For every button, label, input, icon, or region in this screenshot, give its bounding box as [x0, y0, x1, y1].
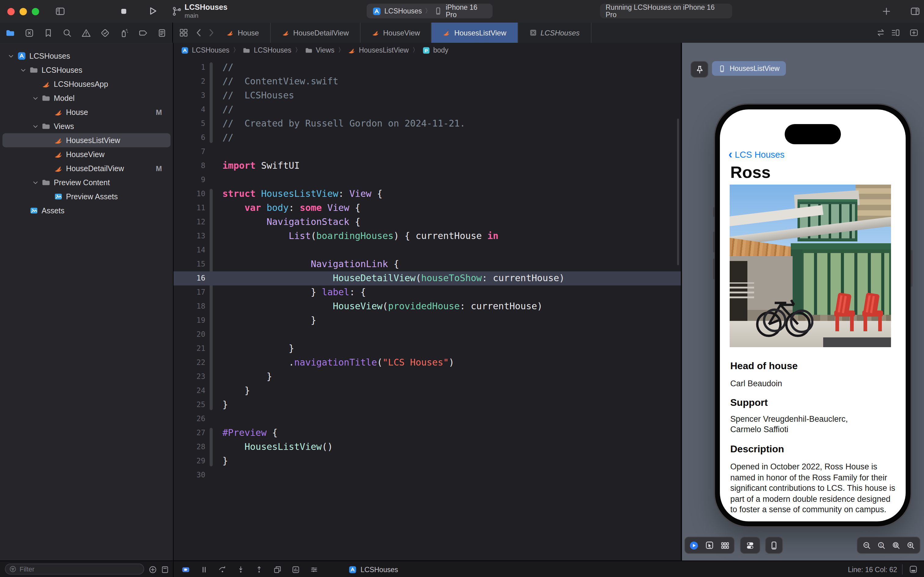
zoom-in-icon[interactable] [906, 541, 915, 550]
code-line-2[interactable]: 2// ContentView.swift [174, 74, 681, 89]
view-hierarchy-icon[interactable] [273, 565, 282, 574]
scrollbar[interactable] [677, 119, 679, 265]
zoom-window-button[interactable] [32, 8, 39, 15]
code-line-22[interactable]: 22 .navigationTitle("LCS Houses") [174, 356, 681, 370]
code-line-18[interactable]: 18 HouseView(providedHouse: currentHouse… [174, 300, 681, 314]
variants-icon[interactable] [721, 541, 730, 550]
sidebar-item-house[interactable]: HouseM [2, 105, 171, 119]
running-app-indicator[interactable]: LCSHouses [348, 566, 398, 574]
tab-houseview[interactable]: HouseView [361, 23, 432, 43]
device-settings-button[interactable] [740, 537, 760, 554]
breakpoints-navigator-icon[interactable] [138, 28, 148, 38]
code-line-17[interactable]: 17 } label: { [174, 285, 681, 300]
pin-preview-button[interactable] [691, 61, 708, 77]
selectable-mode-icon[interactable] [705, 541, 714, 550]
sidebar-item-preview-assets[interactable]: Preview Assets [2, 190, 171, 203]
sidebar-item-views[interactable]: Views [2, 119, 171, 133]
code-line-19[interactable]: 19 } [174, 314, 681, 328]
reports-navigator-icon[interactable] [157, 28, 167, 38]
step-out-icon[interactable] [255, 565, 263, 574]
code-line-3[interactable]: 3// LCSHouses [174, 89, 681, 103]
code-line-6[interactable]: 6// [174, 131, 681, 145]
code-line-7[interactable]: 7 [174, 145, 681, 159]
code-line-14[interactable]: 14 [174, 243, 681, 257]
toggle-left-sidebar-icon[interactable] [55, 6, 65, 16]
add-file-icon[interactable] [148, 566, 157, 574]
sidebar-item-houseview[interactable]: HouseView [2, 147, 171, 161]
breadcrumb-item[interactable]: LCSHouses [243, 46, 291, 54]
tab-overview-icon[interactable] [179, 28, 188, 37]
zoom-fit-icon[interactable] [891, 541, 900, 550]
code-line-5[interactable]: 5// Created by Russell Gordon on 2024-11… [174, 117, 681, 131]
disclosure-chevron-icon[interactable] [32, 179, 42, 186]
code-line-24[interactable]: 24 } [174, 384, 681, 398]
run-button[interactable] [148, 6, 158, 16]
code-line-28[interactable]: 28 HousesListView() [174, 440, 681, 454]
disclosure-chevron-icon[interactable] [32, 94, 42, 102]
code-line-20[interactable]: 20 [174, 328, 681, 342]
source-editor[interactable]: 1//2// ContentView.swift3// LCSHouses4//… [174, 58, 681, 561]
toggle-right-sidebar-icon[interactable] [910, 6, 920, 16]
tab-lcshouses[interactable]: LCSHouses [518, 23, 591, 43]
pause-icon[interactable] [200, 565, 208, 574]
sidebar-item-lcshousesapp[interactable]: LCSHousesApp [2, 77, 171, 91]
go-forward-icon[interactable] [206, 28, 216, 37]
zoom-out-icon[interactable] [862, 541, 871, 550]
minimize-window-button[interactable] [19, 8, 27, 15]
changes-navigator-icon[interactable] [24, 28, 34, 38]
environment-overrides-icon[interactable] [310, 565, 319, 574]
sidebar-item-assets[interactable]: Assets [2, 203, 171, 218]
code-line-30[interactable]: 30 [174, 468, 681, 482]
sidebar-item-preview-content[interactable]: Preview Content [2, 176, 171, 190]
breadcrumb-item[interactable]: LCSHouses [181, 46, 229, 54]
tab-houseslistview[interactable]: HousesListView [432, 23, 518, 43]
close-window-button[interactable] [7, 8, 14, 15]
code-line-1[interactable]: 1// [174, 61, 681, 74]
breadcrumb-item[interactable]: Views [305, 46, 335, 54]
toggle-debug-area-icon[interactable] [909, 565, 918, 574]
code-line-13[interactable]: 13 List(boardingHouses) { currentHouse i… [174, 229, 681, 243]
code-line-4[interactable]: 4// [174, 103, 681, 117]
code-line-8[interactable]: 8import SwiftUI [174, 159, 681, 173]
debug-navigator-icon[interactable] [119, 28, 129, 38]
go-back-icon[interactable] [194, 28, 203, 37]
filter-field[interactable]: Filter [5, 564, 144, 575]
sidebar-item-housedetailview[interactable]: HouseDetailViewM [2, 161, 171, 176]
code-line-26[interactable]: 26 [174, 412, 681, 426]
preview-target-badge[interactable]: HousesListView [712, 61, 786, 76]
disclosure-chevron-icon[interactable] [19, 66, 29, 74]
recent-files-icon[interactable] [161, 566, 169, 574]
code-line-16[interactable]: 16 HouseDetailView(houseToShow: currentH… [174, 271, 681, 285]
project-navigator-icon[interactable] [5, 28, 15, 38]
sidebar-item-lcshouses[interactable]: LCSHouses [2, 63, 171, 77]
step-in-icon[interactable] [237, 565, 245, 574]
add-tab-icon[interactable] [882, 7, 891, 16]
sidebar-item-model[interactable]: Model [2, 91, 171, 105]
code-line-11[interactable]: 11 var body: some View { [174, 201, 681, 215]
zoom-100-icon[interactable]: 1 [877, 541, 886, 550]
stop-button[interactable] [120, 7, 128, 15]
scheme-name[interactable]: LCSHouses [385, 7, 422, 15]
code-line-9[interactable]: 9 [174, 173, 681, 187]
add-editor-icon[interactable] [910, 28, 919, 37]
step-over-icon[interactable] [218, 565, 227, 574]
live-preview-icon[interactable] [689, 541, 699, 550]
code-line-15[interactable]: 15 NavigationLink { [174, 257, 681, 271]
tab-housedetailview[interactable]: HouseDetailView [270, 23, 360, 43]
back-navigation-link[interactable]: ‹ LCS Houses [728, 150, 784, 160]
sidebar-item-lcshouses[interactable]: LCSHouses [2, 49, 171, 63]
memory-graph-icon[interactable] [291, 565, 300, 574]
code-line-21[interactable]: 21 } [174, 342, 681, 356]
code-line-10[interactable]: 10struct HousesListView: View { [174, 187, 681, 201]
disclosure-chevron-icon[interactable] [7, 52, 17, 60]
bookmarks-navigator-icon[interactable] [43, 28, 53, 38]
device-button[interactable] [765, 537, 783, 554]
destination-name[interactable]: iPhone 16 Pro [446, 4, 487, 18]
breakpoints-toggle-icon[interactable] [182, 565, 190, 574]
find-navigator-icon[interactable] [62, 28, 72, 38]
code-line-29[interactable]: 29} [174, 454, 681, 468]
code-line-23[interactable]: 23 } [174, 370, 681, 384]
tab-house[interactable]: House [215, 23, 270, 43]
swap-editor-icon[interactable] [876, 28, 885, 37]
editor-options-icon[interactable] [891, 28, 900, 37]
